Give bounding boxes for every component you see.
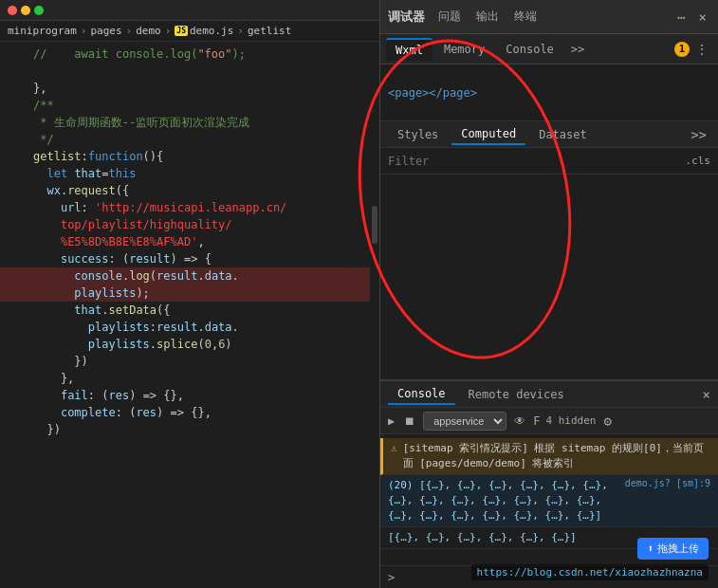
code-line: %E5%8D%B8E%E8%AF%AD',	[0, 233, 379, 250]
close-dot[interactable]	[8, 6, 17, 15]
line-content: playlists);	[33, 285, 379, 302]
code-line: /**	[0, 97, 379, 114]
devtools-nav: 问题 输出 终端	[438, 9, 537, 25]
line-content: top/playlist/highquality/	[33, 216, 379, 233]
watermark: https://blog.csdn.net/xiaozhazhnazna	[471, 564, 709, 580]
line-content: that.setData({	[33, 302, 379, 319]
tab-memory-label: Memory	[444, 43, 485, 56]
maximize-dot[interactable]	[34, 6, 44, 15]
breadcrumb-part-5: getlist	[248, 25, 291, 37]
main-container: miniprogram › pages › demo › JS demo.js …	[0, 0, 718, 588]
tab-dataset[interactable]: Dataset	[529, 125, 597, 144]
console-warning-text: [sitemap 索引情况提示] 根据 sitemap 的规则[0]，当前页面 …	[403, 441, 710, 471]
line-content: },	[33, 80, 379, 97]
devtools-more-btn[interactable]: ⋯	[673, 8, 689, 27]
main-tabs: Wxml Memory Console >> 1 ⋮	[380, 34, 718, 64]
line-content: */	[33, 131, 379, 148]
line-content: fail: (res) => {},	[33, 387, 379, 404]
appservice-select[interactable]: appservice	[423, 412, 506, 431]
tab-computed[interactable]: Computed	[451, 124, 525, 145]
warning-badge: 1	[674, 42, 690, 57]
line-content: },	[33, 370, 379, 387]
filter-input[interactable]	[388, 155, 680, 168]
code-line: */	[0, 131, 379, 148]
console-prompt: >	[388, 571, 395, 584]
devtools-nav-issues[interactable]: 问题	[438, 9, 461, 25]
element-tag-display: <page></page>	[388, 86, 477, 100]
code-line-highlighted: console.log(result.data.	[0, 267, 379, 285]
devtools-nav-terminal[interactable]: 终端	[514, 9, 537, 25]
styles-content	[380, 175, 718, 379]
line-content: // await console.log("foo");	[33, 46, 379, 63]
console-forward-btn[interactable]: ▶	[386, 413, 396, 430]
line-content: })	[33, 353, 379, 370]
line-content: success: (result) => {	[33, 250, 379, 267]
style-tabs: Styles Computed Dataset >>	[380, 121, 718, 148]
line-content: %E5%8D%B8E%E8%AF%AD',	[33, 233, 379, 250]
tab-console[interactable]: Console	[496, 39, 563, 60]
editor-scrollbar[interactable]	[370, 42, 379, 588]
upload-label: 拖拽上传	[657, 542, 699, 556]
breadcrumb-sep-4: ›	[237, 25, 244, 37]
tab-wxml[interactable]: Wxml	[386, 38, 433, 61]
console-data-text: (20) [{…}, {…}, {…}, {…}, {…}, {…}, {…},…	[388, 478, 617, 524]
code-line: top/playlist/highquality/	[0, 216, 379, 233]
js-icon: JS	[175, 26, 188, 36]
code-line: let that=this	[0, 165, 379, 182]
console-message-data: (20) [{…}, {…}, {…}, {…}, {…}, {…}, {…},…	[380, 475, 718, 527]
breadcrumb-part-4: demo.js	[190, 25, 233, 37]
breadcrumb-part-1: miniprogram	[8, 25, 77, 37]
devtools-nav-output[interactable]: 输出	[476, 9, 499, 25]
line-content: complete: (res) => {},	[33, 404, 379, 421]
code-line: getlist:function(){	[0, 148, 379, 165]
console-stop-btn[interactable]: ⏹	[402, 413, 417, 430]
code-line: fail: (res) => {},	[0, 387, 379, 404]
scrollbar-thumb[interactable]	[372, 206, 377, 244]
line-content: let that=this	[33, 165, 379, 182]
tab-styles[interactable]: Styles	[388, 125, 448, 144]
code-line: },	[0, 370, 379, 387]
breadcrumb-part-2: pages	[90, 25, 121, 37]
line-content: wx.request({	[33, 182, 379, 199]
wxml-more-btn[interactable]: ⋮	[691, 40, 712, 59]
code-line: wx.request({	[0, 182, 379, 199]
devtools-close-btn[interactable]: ×	[695, 8, 710, 27]
line-content: playlists.splice(0,6)	[33, 336, 379, 353]
devtools-title: 调试器	[388, 9, 425, 26]
tab-console-label: Console	[506, 43, 554, 56]
console-tabs: Console Remote devices ×	[380, 381, 718, 408]
warning-icon: ⚠	[391, 442, 397, 454]
code-line-highlighted: playlists);	[0, 285, 379, 302]
hidden-count-label: 4 hidden	[545, 414, 596, 427]
tab-memory[interactable]: Memory	[434, 39, 494, 60]
code-line: // await console.log("foo");	[0, 46, 379, 63]
code-line: },	[0, 80, 379, 97]
code-line: success: (result) => {	[0, 250, 379, 267]
line-content: })	[33, 421, 379, 438]
editor-titlebar	[0, 0, 379, 21]
code-line: playlists.splice(0,6)	[0, 336, 379, 353]
eye-btn[interactable]: 👁	[512, 413, 527, 430]
tab-wxml-label: Wxml	[396, 44, 423, 57]
tabs-more-btn[interactable]: >>	[565, 41, 590, 58]
style-more-btn[interactable]: >>	[687, 125, 710, 144]
devtools-panel: 调试器 问题 输出 终端 ⋯ × Wxml Memory Console >> …	[379, 0, 718, 588]
minimize-dot[interactable]	[21, 6, 30, 15]
code-line: playlists:result.data.	[0, 319, 379, 336]
code-line: })	[0, 421, 379, 438]
gear-btn[interactable]: ⚙	[603, 413, 611, 429]
line-content: /**	[33, 97, 379, 114]
filter-cls-btn[interactable]: .cls	[686, 155, 711, 167]
console-tab-console[interactable]: Console	[388, 384, 455, 405]
console-close-btn[interactable]: ×	[703, 387, 710, 402]
console-toolbar: ▶ ⏹ appservice 👁 F 4 hidden ⚙	[380, 408, 718, 434]
editor-panel: miniprogram › pages › demo › JS demo.js …	[0, 0, 379, 588]
code-line: * 生命周期函数--监听页面初次渲染完成	[0, 114, 379, 131]
code-editor[interactable]: // await console.log("foo"); }, /** * 生命…	[0, 42, 379, 588]
csdn-upload-btn[interactable]: ⬆ 拖拽上传	[637, 538, 709, 560]
console-message-warning: ⚠ [sitemap 索引情况提示] 根据 sitemap 的规则[0]，当前页…	[380, 438, 718, 475]
line-content: url: 'http://musicapi.leanapp.cn/	[33, 199, 379, 216]
console-tab-remote[interactable]: Remote devices	[459, 385, 574, 404]
code-line: url: 'http://musicapi.leanapp.cn/	[0, 199, 379, 216]
line-content: console.log(result.data.	[33, 267, 379, 285]
